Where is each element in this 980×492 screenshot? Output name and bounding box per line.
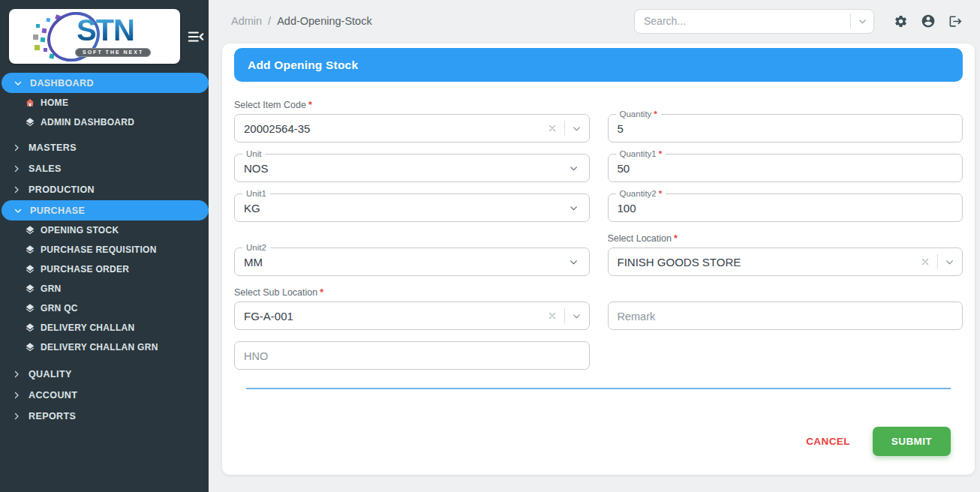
chevron-right-icon (12, 143, 21, 152)
quantity1-input[interactable] (609, 162, 955, 175)
quantity-input[interactable] (609, 122, 955, 135)
chevron-right-icon (12, 412, 21, 421)
chevron-down-icon[interactable] (945, 257, 954, 267)
logout-icon[interactable] (948, 14, 963, 28)
sidebar-item-dashboard[interactable]: DASHBOARD (2, 73, 209, 93)
layers-icon (25, 117, 35, 128)
unit2-input[interactable] (235, 256, 569, 268)
add-opening-stock-card: Add Opening Stock Select Item Code* (222, 44, 975, 475)
chevron-down-icon (14, 79, 23, 88)
breadcrumb-page: Add-Opening-Stock (277, 15, 372, 27)
sidebar-item-masters[interactable]: MASTERS (0, 137, 209, 158)
unit1-select[interactable]: Unit1 (234, 194, 590, 222)
unit-select[interactable]: Unit (234, 154, 590, 182)
layers-icon (25, 264, 35, 274)
sidebar-item-label: OPENING STOCK (41, 225, 119, 236)
location-select[interactable] (608, 248, 963, 276)
cancel-button[interactable]: CANCEL (792, 428, 864, 454)
divider (937, 254, 938, 269)
sidebar-item-delivery-challan[interactable]: DELIVERY CHALLAN (0, 318, 209, 338)
sidebar-item-home[interactable]: HOME (0, 93, 209, 112)
hno-field[interactable] (234, 341, 590, 370)
card-title: Add Opening Stock (234, 48, 963, 82)
sidebar-item-production[interactable]: PRODUCTION (0, 179, 209, 200)
sidebar-item-purchase-order[interactable]: PURCHASE ORDER (0, 260, 209, 279)
chevron-down-icon[interactable] (572, 311, 582, 321)
divider (564, 121, 565, 136)
main-area: Admin / Add-Opening-Stock (209, 0, 980, 492)
sidebar: STN SOFT THE NEXT DASHBOARD HOME ADMIN D… (0, 0, 209, 492)
unit1-input[interactable] (235, 202, 569, 214)
sidebar-item-purchase[interactable]: PURCHASE (2, 200, 209, 220)
form-actions: CANCEL SUBMIT (246, 427, 951, 456)
global-search[interactable] (634, 9, 874, 34)
sidebar-item-admin-dashboard[interactable]: ADMIN DASHBOARD (0, 112, 209, 132)
unit1-label: Unit1 (242, 188, 270, 199)
breadcrumb-section[interactable]: Admin (231, 15, 262, 27)
quantity1-field[interactable]: Quantity1* (608, 154, 963, 182)
sidebar-item-label: PURCHASE REQUISITION (41, 244, 157, 255)
sidebar-item-grn[interactable]: GRN (0, 279, 209, 298)
sidebar-item-opening-stock[interactable]: OPENING STOCK (0, 220, 209, 240)
remark-input[interactable] (609, 310, 955, 322)
sidebar-item-label: QUALITY (29, 369, 72, 380)
sidebar-item-reports[interactable]: REPORTS (0, 406, 209, 427)
clear-icon[interactable] (920, 256, 930, 267)
sidebar-collapse-icon[interactable] (188, 29, 204, 44)
chevron-down-icon[interactable] (851, 16, 873, 26)
submit-button[interactable]: SUBMIT (873, 427, 951, 456)
sidebar-nav: DASHBOARD HOME ADMIN DASHBOARD MASTERS S… (0, 73, 209, 492)
sub-location-input[interactable] (235, 310, 544, 322)
sidebar-item-label: ACCOUNT (29, 390, 77, 400)
item-code-select[interactable] (234, 114, 590, 142)
logo-tagline: SOFT THE NEXT (75, 48, 151, 57)
quantity1-label: Quantity1* (616, 148, 666, 159)
layers-icon (25, 322, 35, 333)
sidebar-item-quality[interactable]: QUALITY (0, 364, 209, 385)
app-window: STN SOFT THE NEXT DASHBOARD HOME ADMIN D… (0, 0, 980, 492)
sidebar-item-account[interactable]: ACCOUNT (0, 385, 209, 406)
settings-gear-icon[interactable] (894, 14, 908, 28)
chevron-right-icon (12, 185, 21, 194)
sidebar-item-sales[interactable]: SALES (0, 158, 209, 179)
hno-input[interactable] (235, 350, 582, 362)
item-code-input[interactable] (235, 122, 544, 135)
layers-icon (25, 225, 35, 236)
company-logo: STN SOFT THE NEXT (9, 9, 180, 64)
divider (564, 308, 565, 323)
sub-location-label: Select Sub Location* (234, 287, 590, 298)
remark-field[interactable] (608, 302, 963, 330)
chevron-down-icon[interactable] (569, 257, 579, 267)
sidebar-item-label: GRN QC (41, 303, 78, 314)
quantity-field[interactable]: Quantity* (608, 114, 963, 142)
sidebar-item-grn-qc[interactable]: GRN QC (0, 298, 209, 318)
logo-title: STN (77, 14, 134, 47)
unit2-select[interactable]: Unit2 (234, 248, 590, 276)
sidebar-item-label: SALES (29, 164, 62, 174)
location-input[interactable] (609, 256, 918, 268)
chevron-down-icon[interactable] (569, 164, 579, 173)
sidebar-item-label: MASTERS (29, 142, 77, 153)
layers-icon (25, 284, 35, 294)
clear-icon[interactable] (547, 310, 558, 321)
logo-graphic: STN SOFT THE NEXT (30, 14, 173, 60)
account-user-icon[interactable] (921, 14, 936, 28)
chevron-down-icon[interactable] (569, 203, 579, 213)
quantity2-field[interactable]: Quantity2* (608, 194, 963, 222)
unit-input[interactable] (235, 162, 569, 175)
home-icon (25, 98, 35, 108)
sidebar-item-delivery-challan-grn[interactable]: DELIVERY CHALLAN GRN (0, 338, 209, 357)
chevron-down-icon[interactable] (572, 124, 582, 134)
item-code-label: Select Item Code* (234, 100, 590, 110)
sidebar-item-purchase-requisition[interactable]: PURCHASE REQUISITION (0, 240, 209, 260)
sub-location-select[interactable] (234, 302, 590, 330)
chevron-down-icon (14, 206, 23, 215)
sidebar-header: STN SOFT THE NEXT (0, 0, 209, 73)
search-input[interactable] (635, 15, 850, 27)
location-label: Select Location* (608, 233, 963, 244)
sidebar-item-label: GRN (41, 284, 62, 294)
quantity2-input[interactable] (609, 202, 955, 214)
quantity2-label: Quantity2* (616, 188, 666, 199)
clear-icon[interactable] (547, 123, 558, 134)
sidebar-item-label: ADMIN DASHBOARD (41, 117, 134, 128)
